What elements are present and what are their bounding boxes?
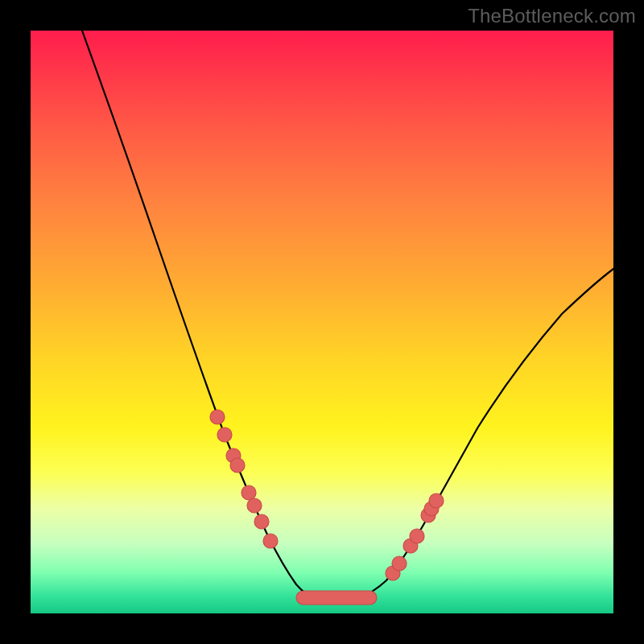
marker-left bbox=[254, 514, 269, 529]
chart-svg bbox=[31, 31, 613, 613]
marker-right bbox=[392, 556, 407, 571]
marker-left bbox=[210, 410, 225, 424]
plot-area bbox=[31, 31, 613, 613]
marker-left bbox=[230, 458, 245, 473]
watermark-text: TheBottleneck.com bbox=[468, 5, 636, 27]
marker-right bbox=[429, 493, 444, 508]
marker-right bbox=[410, 529, 424, 543]
curve-left-branch bbox=[82, 31, 312, 597]
marker-left bbox=[217, 427, 232, 442]
marker-left bbox=[263, 534, 278, 548]
marker-left bbox=[247, 498, 262, 513]
bottom-bar-marker bbox=[296, 591, 377, 605]
marker-left bbox=[242, 485, 256, 500]
chart-frame: TheBottleneck.com bbox=[0, 0, 644, 644]
curve-right-branch bbox=[361, 269, 613, 597]
